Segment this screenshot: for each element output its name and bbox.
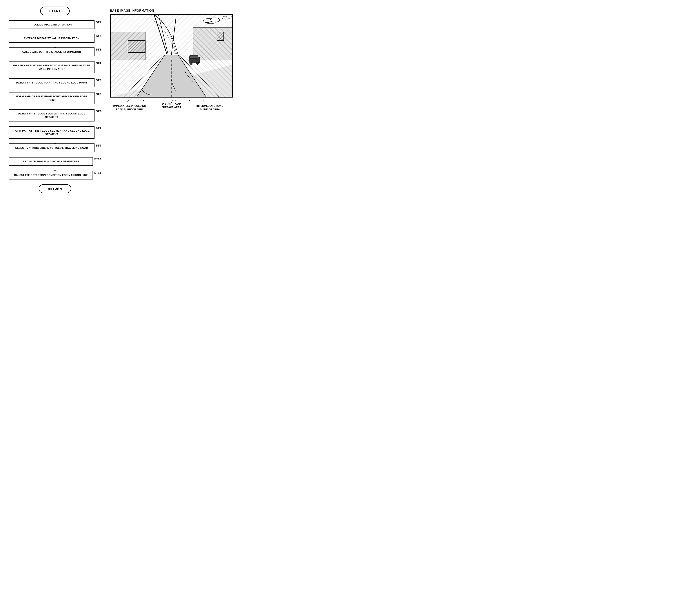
label-distant: DISTANT ROADSURFACE AREA bbox=[156, 102, 187, 109]
arrow-1 bbox=[55, 29, 55, 34]
step-row-st8: FORM PAIR OF FIRST EDGE SEGMENT AND SECO… bbox=[9, 126, 101, 139]
arrow-0 bbox=[55, 15, 55, 20]
step-box-st9: SELECT MARKING LINE IN VEHICLE'S TRAVELI… bbox=[9, 143, 95, 152]
step-label-st4: ST4 bbox=[96, 61, 101, 65]
diagram-image bbox=[110, 14, 233, 98]
svg-rect-18 bbox=[193, 27, 232, 60]
return-box: RETURN bbox=[39, 184, 71, 193]
svg-point-29 bbox=[203, 19, 211, 23]
start-box: START bbox=[40, 7, 70, 15]
step-row-st9: SELECT MARKING LINE IN VEHICLE'S TRAVELI… bbox=[9, 143, 101, 152]
label-immediately-preceding: IMMEDIATELY-PRECEDINGROAD SURFACE AREA bbox=[112, 104, 147, 111]
step-box-st8: FORM PAIR OF FIRST EDGE SEGMENT AND SECO… bbox=[9, 126, 95, 139]
step-row-st5: DETECT FIRST EDGE POINT AND SECOND EDGE … bbox=[9, 78, 101, 87]
step-label-st9: ST9 bbox=[96, 143, 101, 147]
arrow-2 bbox=[55, 43, 55, 48]
svg-rect-16 bbox=[128, 41, 145, 52]
step-row-st3: CALCULATE DEPTH DISTANCE INFORMATION ST3 bbox=[9, 48, 101, 56]
step-label-st10: ST10 bbox=[94, 157, 101, 161]
arrow-9 bbox=[55, 152, 55, 157]
step-box-st10: ESTIMATE TRAVELING ROAD PARAMETERS bbox=[9, 157, 93, 166]
diagram-side: BASE IMAGE INFORMATION bbox=[110, 7, 255, 126]
step-box-st2: EXTRACT DISPARITY VALUE INFORMATION bbox=[9, 34, 95, 43]
arrow-7 bbox=[55, 121, 55, 126]
step-label-st6: ST6 bbox=[96, 92, 101, 96]
arrow-3 bbox=[55, 56, 55, 61]
flowchart: START RECEIVE IMAGE INFORMATION ST1 EXTR… bbox=[9, 7, 101, 193]
step-row-st10: ESTIMATE TRAVELING ROAD PARAMETERS ST10 bbox=[9, 157, 101, 166]
arrow-6 bbox=[55, 104, 55, 109]
arrow-10 bbox=[55, 166, 55, 171]
step-box-st11: CALCULATE DETECTION CONDITION FOR MARKIN… bbox=[9, 171, 93, 179]
step-label-st5: ST5 bbox=[96, 78, 101, 82]
step-row-st1: RECEIVE IMAGE INFORMATION ST1 bbox=[9, 20, 101, 29]
step-box-st6: FORM PAIR OF FIRST EDGE POINT AND SECOND… bbox=[9, 92, 95, 104]
label-intermediate: INTERMEDIATE ROADSURFACE AREA bbox=[191, 104, 228, 111]
step-row-st2: EXTRACT DISPARITY VALUE INFORMATION ST2 bbox=[9, 34, 101, 43]
step-box-st3: CALCULATE DEPTH DISTANCE INFORMATION bbox=[9, 48, 95, 56]
arrow-8 bbox=[55, 139, 55, 143]
svg-point-31 bbox=[226, 16, 232, 18]
svg-point-28 bbox=[210, 18, 220, 22]
step-box-st5: DETECT FIRST EDGE POINT AND SECOND EDGE … bbox=[9, 78, 95, 87]
diagram-title: BASE IMAGE INFORMATION bbox=[110, 9, 255, 12]
page-container: START RECEIVE IMAGE INFORMATION ST1 EXTR… bbox=[4, 4, 259, 195]
step-row-st4: IDENTIFY PREDETERMINED ROAD SURFACE AREA… bbox=[9, 61, 101, 73]
step-label-st2: ST2 bbox=[96, 34, 101, 38]
step-row-st6: FORM PAIR OF FIRST EDGE POINT AND SECOND… bbox=[9, 92, 101, 104]
step-box-st4: IDENTIFY PREDETERMINED ROAD SURFACE AREA… bbox=[9, 61, 95, 73]
step-label-st1: ST1 bbox=[96, 20, 101, 24]
step-box-st1: RECEIVE IMAGE INFORMATION bbox=[9, 20, 95, 29]
svg-rect-19 bbox=[217, 32, 224, 41]
step-label-st11: ST11 bbox=[94, 171, 101, 175]
arrow-11 bbox=[55, 179, 55, 184]
arrow-5 bbox=[55, 87, 55, 92]
step-row-st7: DETECT FIRST EDGE SEGMENT AND SECOND EDG… bbox=[9, 109, 101, 121]
step-label-st8: ST8 bbox=[96, 126, 101, 130]
step-box-st7: DETECT FIRST EDGE SEGMENT AND SECOND EDG… bbox=[9, 109, 95, 121]
step-label-st7: ST7 bbox=[96, 109, 101, 113]
step-label-st3: ST3 bbox=[96, 48, 101, 51]
labels-container: IMMEDIATELY-PRECEDINGROAD SURFACE AREA D… bbox=[110, 100, 233, 126]
arrow-4 bbox=[55, 73, 55, 78]
step-row-st11: CALCULATE DETECTION CONDITION FOR MARKIN… bbox=[9, 171, 101, 179]
